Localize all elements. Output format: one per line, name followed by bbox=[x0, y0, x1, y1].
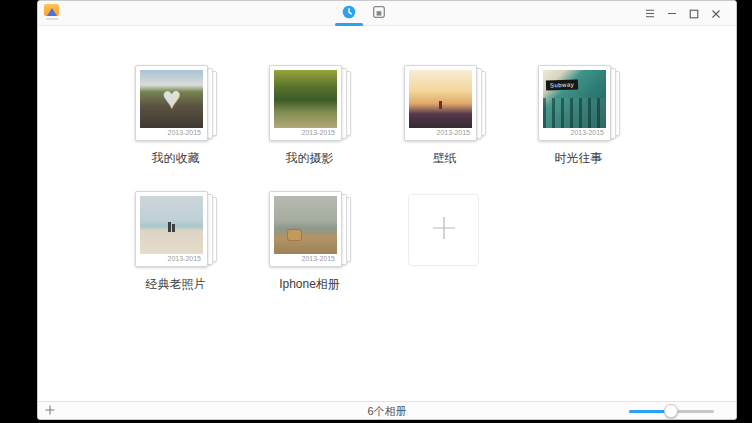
maximize-icon bbox=[689, 9, 699, 19]
album-card-iphone[interactable]: 2013-2015 Iphone相册 bbox=[269, 191, 350, 293]
album-name: 壁纸 bbox=[404, 150, 485, 167]
app-window: ♥ 2013-2015 我的收藏 2013-2015 我的摄影 bbox=[37, 0, 737, 420]
statusbar: 6个相册 bbox=[38, 401, 736, 419]
album-thumbnail-stack: 2013-2015 bbox=[269, 191, 350, 267]
album-name: 时光往事 bbox=[538, 150, 619, 167]
close-button[interactable] bbox=[705, 1, 727, 26]
album-thumbnail-stack: 2013-2015 bbox=[135, 191, 216, 267]
album-card-photography[interactable]: 2013-2015 我的摄影 bbox=[269, 65, 350, 167]
close-icon bbox=[711, 9, 721, 19]
album-thumbnail-stack: 2013-2015 bbox=[269, 65, 350, 141]
menu-icon bbox=[645, 9, 655, 18]
maximize-button[interactable] bbox=[683, 1, 705, 26]
person-silhouette bbox=[439, 101, 442, 109]
album-photo-beach bbox=[140, 196, 203, 254]
app-logo-icon bbox=[44, 4, 60, 22]
haybale bbox=[287, 229, 302, 241]
album-photo-railroad: ♥ bbox=[140, 70, 203, 128]
add-album-tile[interactable] bbox=[408, 194, 479, 266]
minimize-icon bbox=[667, 9, 677, 18]
album-name: 我的摄影 bbox=[269, 150, 350, 167]
slider-knob[interactable] bbox=[664, 404, 678, 418]
album-photo-foggy-field bbox=[274, 196, 337, 254]
album-date-range: 2013-2015 bbox=[437, 129, 470, 136]
album-name: 我的收藏 bbox=[135, 150, 216, 167]
view-tabs bbox=[334, 1, 394, 26]
desktop-background: ♥ 2013-2015 我的收藏 2013-2015 我的摄影 bbox=[0, 0, 752, 423]
thumbnail-size-slider[interactable] bbox=[629, 402, 714, 420]
subway-sign: Subway bbox=[546, 79, 578, 90]
album-photo-forest bbox=[274, 70, 337, 128]
titlebar[interactable] bbox=[38, 1, 736, 26]
menu-button[interactable] bbox=[639, 1, 661, 26]
album-thumbnail-stack: ♥ 2013-2015 bbox=[135, 65, 216, 141]
storefront-bars bbox=[543, 98, 606, 128]
album-icon bbox=[372, 5, 386, 23]
couple-silhouette bbox=[168, 222, 175, 232]
album-thumbnail-stack: 2013-2015 bbox=[404, 65, 485, 141]
album-date-range: 2013-2015 bbox=[168, 129, 201, 136]
album-date-range: 2013-2015 bbox=[168, 255, 201, 262]
album-card-old-photos[interactable]: 2013-2015 经典老照片 bbox=[135, 191, 216, 293]
clock-icon bbox=[342, 5, 356, 23]
album-name: 经典老照片 bbox=[135, 276, 216, 293]
album-date-range: 2013-2015 bbox=[302, 255, 335, 262]
album-card-favorites[interactable]: ♥ 2013-2015 我的收藏 bbox=[135, 65, 216, 167]
plus-icon bbox=[428, 212, 460, 248]
album-date-range: 2013-2015 bbox=[571, 129, 604, 136]
album-date-range: 2013-2015 bbox=[302, 129, 335, 136]
album-grid: ♥ 2013-2015 我的收藏 2013-2015 我的摄影 bbox=[38, 27, 736, 401]
album-thumbnail-stack: Subway 2013-2015 bbox=[538, 65, 619, 141]
minimize-button[interactable] bbox=[661, 1, 683, 26]
tab-timeline-view[interactable] bbox=[334, 1, 364, 26]
tab-album-view[interactable] bbox=[364, 1, 394, 26]
album-card-memories[interactable]: Subway 2013-2015 时光往事 bbox=[538, 65, 619, 167]
window-controls bbox=[639, 1, 727, 26]
album-name: Iphone相册 bbox=[269, 276, 350, 293]
album-photo-sunset bbox=[409, 70, 472, 128]
album-photo-subway: Subway bbox=[543, 70, 606, 128]
favorite-heart-icon: ♥ bbox=[140, 78, 203, 118]
album-card-wallpaper[interactable]: 2013-2015 壁纸 bbox=[404, 65, 485, 167]
